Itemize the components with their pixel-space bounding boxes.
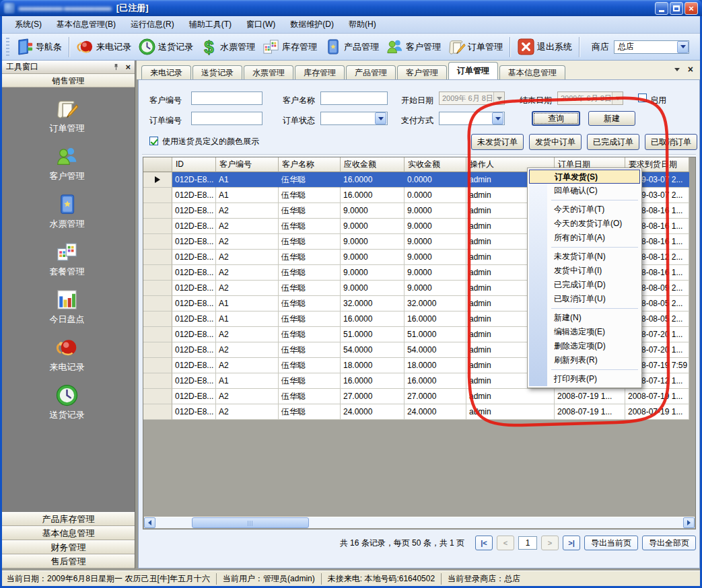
row-selector[interactable] bbox=[143, 358, 172, 373]
context-menu-item-5[interactable]: 所有的订单(A) bbox=[529, 231, 640, 245]
status-filter-button-2[interactable]: 已完成订单 bbox=[587, 134, 639, 150]
column-header-客户名称[interactable]: 客户名称 bbox=[279, 157, 341, 172]
sidebar-item-水票管理[interactable]: 水票管理 bbox=[2, 192, 132, 230]
toolbar-button-book[interactable]: 产品管理 bbox=[320, 36, 382, 57]
pin-icon[interactable] bbox=[112, 63, 120, 71]
scroll-left-arrow[interactable] bbox=[144, 517, 155, 528]
row-selector[interactable] bbox=[143, 281, 172, 296]
status-filter-button-3[interactable]: 已取消订单 bbox=[645, 134, 697, 150]
page-number-input[interactable] bbox=[518, 536, 537, 550]
context-menu-item-12[interactable]: 新建(N) bbox=[529, 311, 640, 325]
tab-水票管理[interactable]: 水票管理 bbox=[244, 65, 293, 79]
context-menu-item-9[interactable]: 已完成订单(D) bbox=[529, 278, 640, 292]
customer-name-input[interactable] bbox=[320, 91, 388, 105]
scroll-right-arrow[interactable] bbox=[683, 517, 695, 528]
pay-method-select[interactable] bbox=[439, 112, 505, 125]
order-no-input[interactable] bbox=[191, 112, 262, 125]
scrollbar-thumb[interactable] bbox=[192, 517, 309, 528]
menubar-item-0[interactable]: 系统(S) bbox=[7, 16, 49, 33]
horizontal-scrollbar[interactable] bbox=[144, 517, 695, 528]
context-menu-item-17[interactable]: 打印列表(P) bbox=[529, 372, 640, 386]
table-row[interactable]: 012D-E8...A2伍华聪27.000027.0000admin2008-0… bbox=[143, 389, 695, 404]
row-selector[interactable] bbox=[143, 342, 172, 358]
tab-list-dropdown-icon[interactable] bbox=[674, 68, 680, 71]
row-selector[interactable] bbox=[143, 250, 172, 265]
close-button[interactable]: × bbox=[685, 2, 698, 15]
toolbar-button-grid[interactable]: 库存管理 bbox=[258, 36, 320, 57]
column-header-ID[interactable]: ID bbox=[172, 157, 216, 172]
tab-库存管理[interactable]: 库存管理 bbox=[295, 65, 345, 79]
tab-产品管理[interactable]: 产品管理 bbox=[346, 65, 396, 79]
menubar-item-4[interactable]: 窗口(W) bbox=[239, 16, 283, 33]
sidebar-item-来电记录[interactable]: 来电记录 bbox=[2, 336, 132, 373]
menubar-item-6[interactable]: 帮助(H) bbox=[341, 16, 384, 33]
row-selector[interactable] bbox=[143, 404, 172, 420]
context-menu-item-14[interactable]: 删除选定项(D) bbox=[529, 339, 640, 353]
toolbar-button-navbook[interactable]: 导航条 bbox=[12, 36, 65, 57]
row-selector[interactable] bbox=[143, 296, 172, 311]
context-menu-item-8[interactable]: 发货中订单(I) bbox=[529, 264, 640, 278]
toolbar-button-clock[interactable]: 送货记录 bbox=[135, 36, 197, 57]
order-status-select[interactable] bbox=[320, 112, 388, 125]
delivery-color-checkbox[interactable] bbox=[149, 137, 158, 145]
tab-基本信息管理[interactable]: 基本信息管理 bbox=[499, 65, 565, 79]
column-header-实收金额[interactable]: 实收金额 bbox=[405, 157, 466, 172]
context-menu-item-1[interactable]: 回单确认(C) bbox=[529, 184, 640, 198]
status-filter-button-0[interactable]: 未发货订单 bbox=[471, 134, 524, 150]
prev-page-button[interactable]: < bbox=[497, 536, 514, 550]
table-row[interactable]: 012D-E8...A2伍华聪24.000024.0000admin2008-0… bbox=[143, 404, 695, 420]
toolbar-button-people[interactable]: 客户管理 bbox=[382, 36, 444, 57]
start-date-dropdown-icon[interactable] bbox=[493, 92, 504, 104]
pay-method-dropdown-icon[interactable] bbox=[492, 112, 503, 124]
sidebar-group-财务管理[interactable]: 财务管理 bbox=[2, 540, 135, 554]
sidebar-item-今日盘点[interactable]: 今日盘点 bbox=[2, 288, 132, 326]
sidebar-group-基本信息管理[interactable]: 基本信息管理 bbox=[2, 526, 135, 540]
sidebar-group-sales[interactable]: 销售管理 bbox=[2, 74, 135, 87]
toolbar-button-bell[interactable]: 来电记录 bbox=[73, 36, 135, 57]
row-selector[interactable] bbox=[143, 172, 172, 188]
tab-客户管理[interactable]: 客户管理 bbox=[397, 65, 447, 79]
row-selector[interactable] bbox=[143, 188, 172, 203]
sidebar-group-产品库存管理[interactable]: 产品库存管理 bbox=[2, 512, 135, 526]
context-menu-item-7[interactable]: 未发货订单(N) bbox=[529, 250, 640, 264]
enable-checkbox[interactable] bbox=[638, 94, 647, 102]
column-header-客户编号[interactable]: 客户编号 bbox=[216, 157, 279, 172]
query-button[interactable]: 查询 bbox=[532, 111, 580, 126]
context-menu-item-15[interactable]: 刷新列表(R) bbox=[529, 353, 640, 367]
sidebar-item-送货记录[interactable]: 送货记录 bbox=[2, 383, 132, 421]
context-menu-item-10[interactable]: 已取消订单(U) bbox=[529, 292, 640, 306]
tab-送货记录[interactable]: 送货记录 bbox=[192, 65, 242, 79]
toolbar-button-dollar[interactable]: $水票管理 bbox=[197, 36, 258, 57]
minimize-button[interactable] bbox=[655, 2, 668, 15]
first-page-button[interactable]: |< bbox=[475, 536, 493, 550]
sidebar-item-套餐管理[interactable]: 套餐管理 bbox=[2, 240, 132, 278]
last-page-button[interactable]: >| bbox=[563, 536, 580, 550]
next-page-button[interactable]: > bbox=[541, 536, 559, 550]
context-menu-item-13[interactable]: 编辑选定项(E) bbox=[529, 325, 640, 339]
tool-window-close-button[interactable]: × bbox=[125, 63, 131, 71]
tab-来电记录[interactable]: 来电记录 bbox=[141, 65, 191, 79]
tab-close-button[interactable]: × bbox=[688, 65, 693, 73]
context-menu-item-4[interactable]: 今天的发货订单(O) bbox=[529, 217, 640, 231]
export-current-page-button[interactable]: 导出当前页 bbox=[584, 536, 638, 550]
sidebar-item-客户管理[interactable]: 客户管理 bbox=[2, 145, 132, 182]
start-date-picker[interactable]: 2009年 6月 8日 bbox=[439, 91, 505, 105]
menubar-item-3[interactable]: 辅助工具(T) bbox=[182, 16, 239, 33]
context-menu-item-3[interactable]: 今天的订单(T) bbox=[529, 203, 640, 217]
sidebar-group-售后管理[interactable]: 售后管理 bbox=[2, 554, 135, 568]
row-selector[interactable] bbox=[143, 265, 172, 281]
context-menu-item-0[interactable]: 订单发货(S) bbox=[529, 170, 640, 184]
column-header-应收金额[interactable]: 应收金额 bbox=[341, 157, 405, 172]
shop-select[interactable]: 总店 bbox=[614, 40, 689, 54]
row-selector[interactable] bbox=[143, 234, 172, 250]
row-selector[interactable] bbox=[143, 389, 172, 404]
menubar-item-1[interactable]: 基本信息管理(B) bbox=[49, 16, 123, 33]
end-date-picker[interactable]: 2009年 6月 8日 bbox=[557, 91, 623, 105]
row-selector[interactable] bbox=[143, 219, 172, 234]
order-status-dropdown-icon[interactable] bbox=[375, 112, 386, 124]
row-selector[interactable] bbox=[143, 203, 172, 219]
row-selector[interactable] bbox=[143, 327, 172, 342]
row-selector[interactable] bbox=[143, 373, 172, 389]
customer-no-input[interactable] bbox=[191, 91, 262, 105]
export-all-pages-button[interactable]: 导出全部页 bbox=[642, 536, 696, 550]
